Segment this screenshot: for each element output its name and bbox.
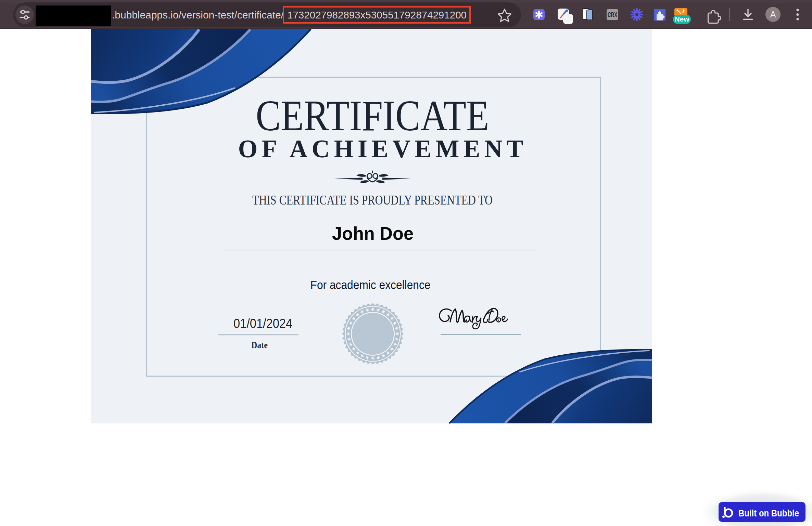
svg-text:CERTIFICATE: CERTIFICATE xyxy=(256,92,489,140)
svg-text:CRX: CRX xyxy=(608,11,617,18)
svg-text:John Doe: John Doe xyxy=(332,223,414,244)
svg-text:Date: Date xyxy=(251,340,268,350)
svg-text:For academic excellence: For academic excellence xyxy=(310,278,431,291)
svg-text:Built on Bubble: Built on Bubble xyxy=(738,508,799,518)
svg-text:New: New xyxy=(674,15,689,23)
svg-text:1732027982893x5305517928742912: 1732027982893x530551792874291200 xyxy=(287,9,467,21)
svg-text:01/01/2024: 01/01/2024 xyxy=(233,316,292,331)
svg-text:THIS CERTIFICATE IS PROUDLY PR: THIS CERTIFICATE IS PROUDLY PRESENTED TO xyxy=(252,192,493,208)
svg-text:A: A xyxy=(770,10,776,19)
svg-text:.bubbleapps.io/version-test/ce: .bubbleapps.io/version-test/certificate/ xyxy=(112,9,284,21)
